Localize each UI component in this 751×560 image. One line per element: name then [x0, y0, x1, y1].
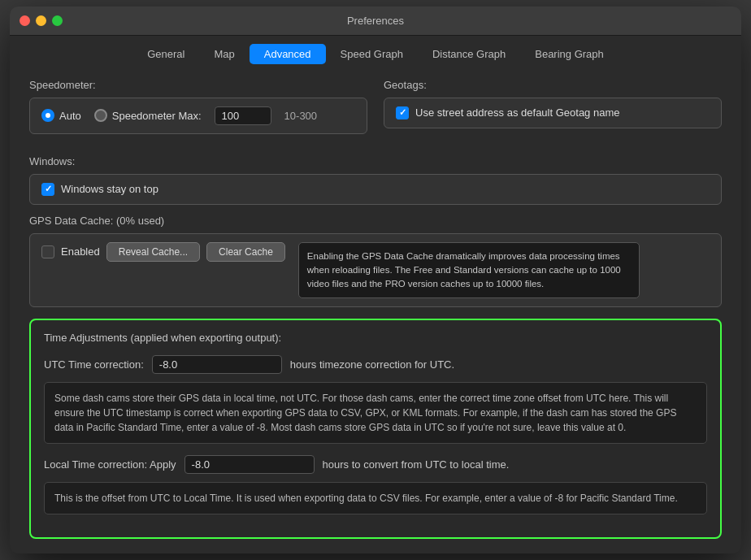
local-info-text: This is the offset from UTC to Local Tim… [54, 493, 678, 504]
minimize-button[interactable] [36, 15, 46, 26]
tab-bearing-graph[interactable]: Bearing Graph [520, 44, 619, 64]
max-value-input[interactable] [215, 106, 271, 125]
max-radio-button[interactable] [94, 109, 107, 122]
geotags-group: Use street address as default Geotag nam… [384, 98, 722, 128]
windows-checkbox-row: Windows stay on top [41, 183, 710, 196]
auto-radio-item[interactable]: Auto [41, 109, 81, 122]
cache-enabled-checkbox[interactable] [41, 245, 54, 258]
maximize-button[interactable] [52, 15, 63, 26]
auto-radio-button[interactable] [41, 109, 54, 122]
time-adjustments-title: Time Adjustments (applied when exporting… [44, 332, 707, 344]
max-radio-label: Speedometer Max: [112, 110, 202, 122]
cache-label: GPS Data Cache: (0% used) [29, 215, 722, 227]
geotags-section: Geotags: Use street address as default G… [384, 79, 722, 144]
preferences-window: Preferences General Map Advanced Speed G… [10, 7, 741, 554]
cache-row: Enabled Reveal Cache... Clear Cache Enab… [41, 242, 710, 299]
cache-group: Enabled Reveal Cache... Clear Cache Enab… [29, 233, 722, 308]
utc-value-input[interactable] [152, 355, 282, 374]
local-row: Local Time correction: Apply hours to co… [44, 455, 707, 474]
windows-label: Windows: [29, 155, 722, 167]
max-radio-item: Speedometer Max: [94, 109, 202, 122]
windows-stay-top-label: Windows stay on top [61, 183, 158, 195]
cache-tooltip: Enabling the GPS Data Cache dramatically… [298, 242, 640, 299]
local-suffix: hours to convert from UTC to local time. [323, 458, 510, 471]
local-info-box: This is the offset from UTC to Local Tim… [44, 482, 707, 514]
top-sections: Speedometer: Auto Speedometer Max: 10-30… [29, 79, 722, 144]
tab-map[interactable]: Map [199, 44, 249, 64]
tab-advanced[interactable]: Advanced [250, 44, 326, 64]
cache-enabled-label: Enabled [61, 245, 100, 258]
windows-group: Windows stay on top [29, 174, 722, 205]
reveal-cache-button[interactable]: Reveal Cache... [106, 242, 200, 262]
window-title: Preferences [347, 15, 404, 27]
geotags-checkbox-row: Use street address as default Geotag nam… [396, 106, 710, 119]
local-value-input[interactable] [184, 455, 315, 474]
geotags-checkbox[interactable] [396, 106, 409, 119]
utc-row: UTC Time correction: hours timezone corr… [44, 355, 707, 374]
traffic-lights [20, 15, 63, 26]
local-label: Local Time correction: Apply [44, 458, 176, 471]
cache-section: GPS Data Cache: (0% used) Enabled Reveal… [29, 215, 722, 308]
content-area: Speedometer: Auto Speedometer Max: 10-30… [10, 64, 741, 554]
tab-general[interactable]: General [132, 44, 199, 64]
speedometer-section: Speedometer: Auto Speedometer Max: 10-30… [29, 79, 367, 144]
auto-radio-label: Auto [59, 110, 81, 122]
utc-label: UTC Time correction: [44, 358, 144, 371]
speedometer-label: Speedometer: [29, 79, 367, 91]
geotags-label: Geotags: [384, 79, 722, 91]
utc-info-box: Some dash cams store their GPS data in l… [44, 382, 707, 444]
speedometer-group: Auto Speedometer Max: 10-300 [29, 98, 367, 134]
enabled-checkbox-row: Enabled [41, 245, 100, 258]
utc-suffix: hours timezone correction for UTC. [290, 358, 454, 371]
cache-controls: Enabled Reveal Cache... Clear Cache [41, 242, 285, 262]
tab-speed-graph[interactable]: Speed Graph [326, 44, 418, 64]
close-button[interactable] [20, 15, 30, 26]
geotags-checkbox-label: Use street address as default Geotag nam… [415, 106, 619, 119]
title-bar: Preferences [10, 7, 741, 36]
windows-stay-top-checkbox[interactable] [41, 183, 54, 196]
clear-cache-button[interactable]: Clear Cache [206, 242, 285, 262]
tab-distance-graph[interactable]: Distance Graph [418, 44, 520, 64]
speedometer-radio-group: Auto Speedometer Max: 10-300 [41, 106, 355, 125]
range-label: 10-300 [284, 110, 317, 122]
time-adjustments-section: Time Adjustments (applied when exporting… [29, 319, 722, 539]
tabs-bar: General Map Advanced Speed Graph Distanc… [10, 36, 741, 64]
windows-section: Windows: Windows stay on top [29, 155, 722, 205]
utc-info-text: Some dash cams store their GPS data in l… [54, 393, 676, 433]
cache-tooltip-text: Enabling the GPS Data Cache dramatically… [307, 251, 621, 289]
